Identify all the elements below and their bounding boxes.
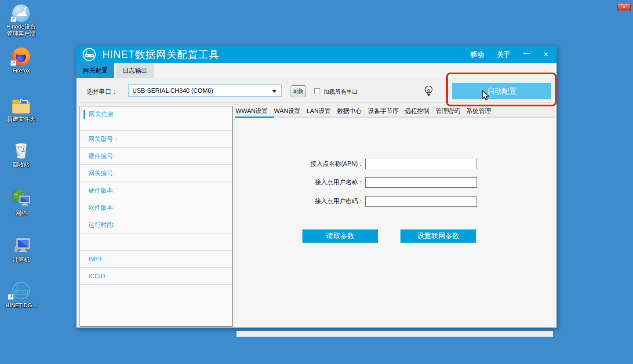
load-all-ports-checkbox[interactable] (314, 88, 320, 94)
window-title: HINET数据网关配置工具 (102, 48, 219, 62)
load-all-ports-label: 加载所有串口 (324, 88, 358, 96)
info-row-hw-id: 硬件编号: (80, 148, 232, 165)
wwan-settings-content: 接入点名称(APN)： 接入点用户名称： 接入点用户密码： 读取参数 设置联网参… (235, 118, 554, 327)
gateway-info-header: 网关信息 (89, 110, 113, 118)
recycle-bin-icon (1, 140, 41, 160)
apn-username-input[interactable] (365, 177, 477, 188)
info-row-sw-version: 软件版本: (80, 199, 232, 216)
gateway-info-panel: 网关信息 网关型号： 硬件编号: 网关编号: 硬件版本: 软件版本: 运行时间:… (80, 106, 233, 327)
desktop-icon-label: 计算机 (1, 256, 41, 263)
desktop-icon-label: 网络 (1, 210, 41, 217)
serial-port-dropdown[interactable]: USB-SERIAL CH340 (COM6) (128, 84, 282, 97)
desktop-icon-hinet-shortcut[interactable]: ↗ HINET.DG... (1, 280, 41, 309)
info-row-model: 网关型号： (80, 131, 232, 148)
about-button[interactable]: 关于 (497, 51, 510, 59)
desktop-icon-label: Firefox (1, 67, 41, 74)
settings-tab-bar: WWAN设置 WAN设置 LAN设置 数据中心 设备字节序 远程控制 管理密码 … (234, 106, 554, 118)
apn-username-label: 接入点用户名称： (288, 178, 364, 186)
shortcut-arrow-icon: ↗ (11, 16, 16, 22)
desktop-icon-computer[interactable]: 计算机 (1, 235, 41, 263)
start-config-button[interactable]: 启动配置 (452, 83, 551, 99)
apn-input[interactable] (365, 159, 477, 169)
remote-session-close-button[interactable]: ✕ (617, 3, 631, 11)
desktop-icon-hinode-client[interactable]: ↗ Hinode设备 管理客户端 (1, 2, 41, 37)
desktop-icon-label: HINET.DG... (1, 302, 41, 309)
shortcut-arrow-icon: ↗ (11, 60, 16, 66)
desktop-icon-new-folder[interactable]: 新建文件夹 (1, 94, 41, 123)
info-row-gw-id: 网关编号: (80, 165, 232, 182)
driver-button[interactable]: 驱动 (470, 51, 484, 59)
horizontal-scrollbar[interactable] (236, 331, 553, 337)
shortcut-arrow-icon: ↗ (8, 294, 14, 300)
folder-icon (1, 94, 41, 114)
accent-bar (84, 110, 85, 119)
serial-port-label: 选择串口： (87, 88, 117, 96)
minimize-button[interactable]: — (523, 49, 530, 57)
active-tab-underline (235, 116, 274, 118)
titlebar[interactable]: HINET数据网关配置工具 驱动 关于 — ✕ (76, 46, 557, 63)
apn-password-input[interactable] (365, 196, 477, 207)
app-window: HINET数据网关配置工具 驱动 关于 — ✕ 网关配置 日志输出 选择串口： … (76, 45, 557, 328)
desktop-icon-label: 回收站 (1, 161, 41, 168)
apn-label: 接入点名称(APN)： (288, 160, 364, 168)
info-row-imei: IMEI: (80, 251, 232, 268)
info-row-iccid: ICCID: (80, 268, 232, 285)
desktop-icon-firefox[interactable]: ↗ Firefox (1, 46, 41, 74)
serial-port-value: USB-SERIAL CH340 (COM6) (132, 87, 213, 94)
desktop-icon-network[interactable]: 网络 (1, 188, 41, 217)
apn-password-label: 接入点用户密码： (288, 197, 364, 205)
hinet-app-icon: ↗ (1, 280, 41, 301)
read-params-button[interactable]: 读取参数 (302, 229, 378, 243)
desktop-icon-recycle-bin[interactable]: 回收站 (1, 140, 41, 168)
network-icon (1, 188, 41, 208)
close-button[interactable]: ✕ (543, 51, 549, 58)
hinode-client-icon: ↗ (1, 2, 41, 22)
set-network-params-button[interactable]: 设置联网参数 (400, 229, 476, 243)
desktop-icon-label: Hinode设备 管理客户端 (1, 23, 41, 37)
info-row-uptime: 运行时间: (80, 216, 232, 233)
desktop-icon-label: 新建文件夹 (1, 116, 41, 123)
settings-panel: WWAN设置 WAN设置 LAN设置 数据中心 设备字节序 远程控制 管理密码 … (234, 106, 554, 327)
tab-gateway-config[interactable]: 网关配置 (76, 63, 114, 78)
tab-log-output[interactable]: 日志输出 (116, 63, 154, 78)
info-row-hw-version: 硬件版本: (80, 182, 232, 199)
desktop: ↗ Hinode设备 管理客户端 ↗ Firefox 新建文件夹 (0, 0, 633, 364)
chevron-down-icon (272, 90, 276, 93)
info-row-empty (80, 233, 232, 251)
computer-icon (1, 235, 41, 255)
firefox-icon: ↗ (1, 46, 41, 66)
app-logo-router-icon (81, 47, 97, 62)
refresh-button[interactable]: 刷新 (291, 85, 306, 97)
lightbulb-icon[interactable] (424, 85, 433, 98)
mouse-cursor (481, 90, 491, 102)
